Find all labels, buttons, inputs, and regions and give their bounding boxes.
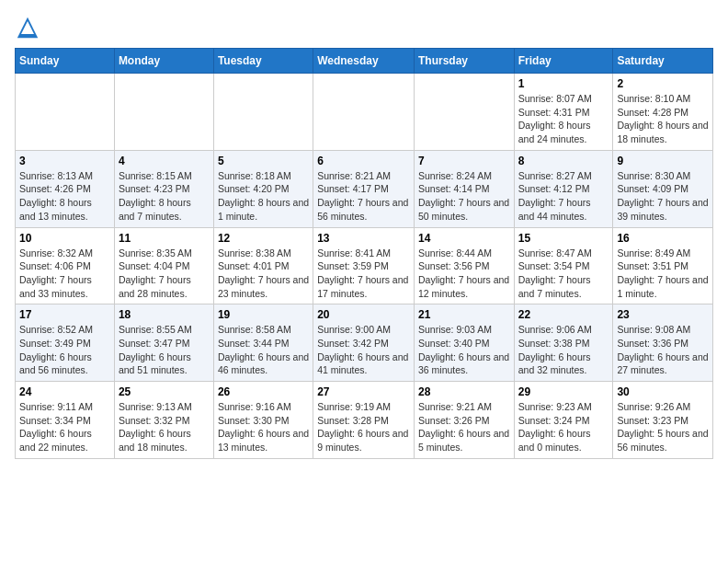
day-info: Sunrise: 8:24 AM Sunset: 4:14 PM Dayligh… [418, 169, 510, 224]
weekday-header-row: SundayMondayTuesdayWednesdayThursdayFrid… [16, 49, 713, 74]
calendar-day-3: 3Sunrise: 8:13 AM Sunset: 4:26 PM Daylig… [16, 150, 115, 227]
calendar-week-row: 10Sunrise: 8:32 AM Sunset: 4:06 PM Dayli… [16, 227, 713, 304]
day-number: 23 [617, 308, 709, 321]
day-info: Sunrise: 9:16 AM Sunset: 3:30 PM Dayligh… [218, 400, 309, 454]
calendar-day-11: 11Sunrise: 8:35 AM Sunset: 4:04 PM Dayli… [114, 227, 213, 304]
calendar-day-15: 15Sunrise: 8:47 AM Sunset: 3:54 PM Dayli… [514, 227, 613, 304]
day-number: 8 [518, 155, 609, 167]
calendar-week-row: 24Sunrise: 9:11 AM Sunset: 3:34 PM Dayli… [16, 382, 713, 459]
calendar-day-26: 26Sunrise: 9:16 AM Sunset: 3:30 PM Dayli… [213, 382, 313, 459]
calendar-day-2: 2Sunrise: 8:10 AM Sunset: 4:28 PM Daylig… [613, 74, 713, 151]
day-info: Sunrise: 9:06 AM Sunset: 3:38 PM Dayligh… [518, 323, 609, 377]
calendar-day-13: 13Sunrise: 8:41 AM Sunset: 3:59 PM Dayli… [313, 227, 415, 304]
day-info: Sunrise: 8:13 AM Sunset: 4:26 PM Dayligh… [19, 169, 110, 224]
calendar-day-17: 17Sunrise: 8:52 AM Sunset: 3:49 PM Dayli… [16, 304, 115, 382]
day-info: Sunrise: 8:21 AM Sunset: 4:17 PM Dayligh… [317, 169, 410, 224]
calendar-day-9: 9Sunrise: 8:30 AM Sunset: 4:09 PM Daylig… [613, 150, 713, 227]
calendar-day-22: 22Sunrise: 9:06 AM Sunset: 3:38 PM Dayli… [514, 304, 613, 382]
day-info: Sunrise: 8:41 AM Sunset: 3:59 PM Dayligh… [317, 247, 410, 301]
day-number: 9 [617, 155, 709, 167]
weekday-header-saturday: Saturday [613, 49, 713, 74]
day-number: 18 [119, 308, 210, 321]
day-number: 20 [317, 308, 410, 321]
weekday-header-friday: Friday [514, 49, 613, 74]
calendar-day-7: 7Sunrise: 8:24 AM Sunset: 4:14 PM Daylig… [414, 150, 514, 227]
logo [15, 15, 44, 40]
weekday-header-monday: Monday [114, 49, 213, 74]
day-number: 24 [19, 385, 110, 398]
day-info: Sunrise: 8:52 AM Sunset: 3:49 PM Dayligh… [19, 323, 110, 377]
empty-day-cell [16, 74, 115, 151]
day-info: Sunrise: 8:07 AM Sunset: 4:31 PM Dayligh… [518, 92, 609, 146]
day-info: Sunrise: 8:30 AM Sunset: 4:09 PM Dayligh… [617, 169, 709, 224]
calendar-day-10: 10Sunrise: 8:32 AM Sunset: 4:06 PM Dayli… [16, 227, 115, 304]
calendar-day-20: 20Sunrise: 9:00 AM Sunset: 3:42 PM Dayli… [313, 304, 415, 382]
empty-day-cell [213, 74, 313, 151]
day-number: 1 [518, 77, 609, 90]
day-info: Sunrise: 8:58 AM Sunset: 3:44 PM Dayligh… [218, 323, 309, 377]
day-number: 27 [317, 385, 410, 398]
day-info: Sunrise: 9:26 AM Sunset: 3:23 PM Dayligh… [617, 400, 709, 454]
weekday-header-thursday: Thursday [414, 49, 514, 74]
calendar-day-29: 29Sunrise: 9:23 AM Sunset: 3:24 PM Dayli… [514, 382, 613, 459]
day-info: Sunrise: 8:32 AM Sunset: 4:06 PM Dayligh… [19, 247, 110, 301]
day-info: Sunrise: 8:44 AM Sunset: 3:56 PM Dayligh… [418, 247, 510, 301]
calendar-day-4: 4Sunrise: 8:15 AM Sunset: 4:23 PM Daylig… [114, 150, 213, 227]
calendar-day-5: 5Sunrise: 8:18 AM Sunset: 4:20 PM Daylig… [213, 150, 313, 227]
day-number: 4 [119, 155, 210, 167]
day-info: Sunrise: 9:21 AM Sunset: 3:26 PM Dayligh… [418, 400, 510, 454]
weekday-header-sunday: Sunday [16, 49, 115, 74]
day-info: Sunrise: 8:47 AM Sunset: 3:54 PM Dayligh… [518, 247, 609, 301]
calendar-day-16: 16Sunrise: 8:49 AM Sunset: 3:51 PM Dayli… [613, 227, 713, 304]
day-number: 17 [19, 308, 110, 321]
calendar-day-12: 12Sunrise: 8:38 AM Sunset: 4:01 PM Dayli… [213, 227, 313, 304]
day-info: Sunrise: 8:18 AM Sunset: 4:20 PM Dayligh… [218, 169, 309, 224]
day-info: Sunrise: 8:10 AM Sunset: 4:28 PM Dayligh… [617, 92, 709, 146]
calendar-day-28: 28Sunrise: 9:21 AM Sunset: 3:26 PM Dayli… [414, 382, 514, 459]
page-header [15, 15, 713, 40]
calendar-day-27: 27Sunrise: 9:19 AM Sunset: 3:28 PM Dayli… [313, 382, 415, 459]
day-number: 25 [119, 385, 210, 398]
calendar-day-14: 14Sunrise: 8:44 AM Sunset: 3:56 PM Dayli… [414, 227, 514, 304]
day-info: Sunrise: 9:00 AM Sunset: 3:42 PM Dayligh… [317, 323, 410, 377]
day-info: Sunrise: 8:55 AM Sunset: 3:47 PM Dayligh… [119, 323, 210, 377]
calendar-day-19: 19Sunrise: 8:58 AM Sunset: 3:44 PM Dayli… [213, 304, 313, 382]
day-number: 11 [119, 232, 210, 245]
day-number: 21 [418, 308, 510, 321]
calendar-day-25: 25Sunrise: 9:13 AM Sunset: 3:32 PM Dayli… [114, 382, 213, 459]
day-info: Sunrise: 9:11 AM Sunset: 3:34 PM Dayligh… [19, 400, 110, 454]
day-info: Sunrise: 8:27 AM Sunset: 4:12 PM Dayligh… [518, 169, 609, 224]
day-number: 19 [218, 308, 309, 321]
day-number: 3 [19, 155, 110, 167]
day-info: Sunrise: 8:49 AM Sunset: 3:51 PM Dayligh… [617, 247, 709, 301]
calendar-week-row: 3Sunrise: 8:13 AM Sunset: 4:26 PM Daylig… [16, 150, 713, 227]
day-number: 22 [518, 308, 609, 321]
day-number: 7 [418, 155, 510, 167]
day-number: 5 [218, 155, 309, 167]
day-info: Sunrise: 9:08 AM Sunset: 3:36 PM Dayligh… [617, 323, 709, 377]
calendar-day-1: 1Sunrise: 8:07 AM Sunset: 4:31 PM Daylig… [514, 74, 613, 151]
calendar-table: SundayMondayTuesdayWednesdayThursdayFrid… [15, 48, 713, 459]
calendar-day-18: 18Sunrise: 8:55 AM Sunset: 3:47 PM Dayli… [114, 304, 213, 382]
day-info: Sunrise: 8:38 AM Sunset: 4:01 PM Dayligh… [218, 247, 309, 301]
empty-day-cell [414, 74, 514, 151]
day-number: 14 [418, 232, 510, 245]
calendar-day-6: 6Sunrise: 8:21 AM Sunset: 4:17 PM Daylig… [313, 150, 415, 227]
day-number: 15 [518, 232, 609, 245]
day-number: 16 [617, 232, 709, 245]
day-number: 26 [218, 385, 309, 398]
day-number: 30 [617, 385, 709, 398]
day-number: 13 [317, 232, 410, 245]
day-number: 6 [317, 155, 410, 167]
calendar-day-24: 24Sunrise: 9:11 AM Sunset: 3:34 PM Dayli… [16, 382, 115, 459]
empty-day-cell [313, 74, 415, 151]
calendar-day-23: 23Sunrise: 9:08 AM Sunset: 3:36 PM Dayli… [613, 304, 713, 382]
calendar-week-row: 1Sunrise: 8:07 AM Sunset: 4:31 PM Daylig… [16, 74, 713, 151]
weekday-header-tuesday: Tuesday [213, 49, 313, 74]
day-number: 2 [617, 77, 709, 90]
calendar-day-30: 30Sunrise: 9:26 AM Sunset: 3:23 PM Dayli… [613, 382, 713, 459]
calendar-week-row: 17Sunrise: 8:52 AM Sunset: 3:49 PM Dayli… [16, 304, 713, 382]
day-number: 28 [418, 385, 510, 398]
day-number: 29 [518, 385, 609, 398]
day-number: 12 [218, 232, 309, 245]
